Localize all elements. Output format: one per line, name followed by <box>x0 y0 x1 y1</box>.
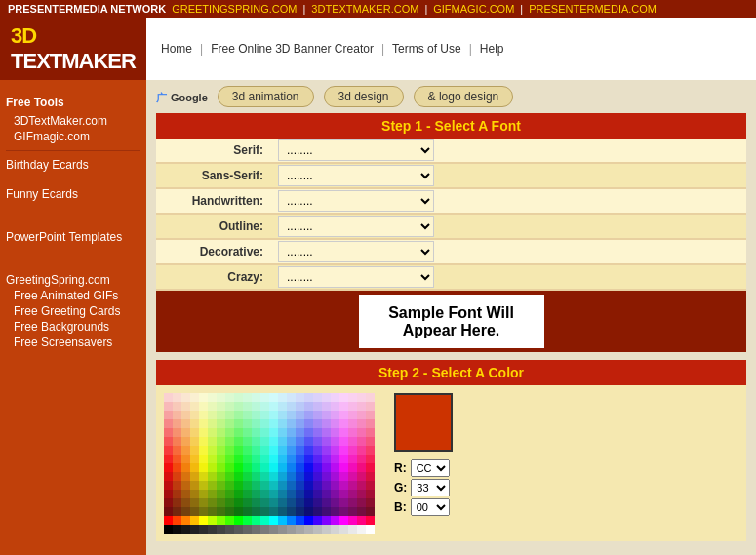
palette-cell[interactable] <box>225 490 234 498</box>
palette-cell[interactable] <box>287 402 296 411</box>
palette-cell[interactable] <box>199 393 208 402</box>
palette-cell[interactable] <box>173 455 181 463</box>
palette-cell[interactable] <box>234 498 243 507</box>
palette-cell[interactable] <box>225 525 234 534</box>
palette-cell[interactable] <box>366 419 375 428</box>
palette-cell[interactable] <box>234 393 243 402</box>
palette-cell[interactable] <box>322 402 331 411</box>
palette-cell[interactable] <box>217 472 225 481</box>
palette-cell[interactable] <box>164 525 173 534</box>
nav-help[interactable]: Help <box>480 42 504 56</box>
palette-cell[interactable] <box>322 393 331 402</box>
palette-cell[interactable] <box>366 446 375 455</box>
palette-cell[interactable] <box>252 393 260 402</box>
palette-cell[interactable] <box>190 411 199 419</box>
palette-cell[interactable] <box>181 455 190 463</box>
palette-cell[interactable] <box>173 481 181 490</box>
palette-cell[interactable] <box>252 411 260 419</box>
font-select-crazy[interactable]: ........ <box>278 266 434 288</box>
palette-cell[interactable] <box>217 419 225 428</box>
palette-cell[interactable] <box>269 516 278 525</box>
palette-cell[interactable] <box>217 463 225 472</box>
palette-cell[interactable] <box>252 507 260 516</box>
palette-cell[interactable] <box>164 463 173 472</box>
palette-cell[interactable] <box>252 490 260 498</box>
palette-cell[interactable] <box>287 455 296 463</box>
palette-cell[interactable] <box>348 446 357 455</box>
palette-cell[interactable] <box>269 393 278 402</box>
palette-cell[interactable] <box>164 411 173 419</box>
palette-cell[interactable] <box>366 393 375 402</box>
palette-cell[interactable] <box>348 419 357 428</box>
palette-cell[interactable] <box>357 446 366 455</box>
palette-cell[interactable] <box>208 428 217 437</box>
font-select-handwritten[interactable]: ........ <box>278 190 434 212</box>
palette-cell[interactable] <box>199 463 208 472</box>
palette-cell[interactable] <box>252 481 260 490</box>
palette-cell[interactable] <box>339 411 348 419</box>
palette-cell[interactable] <box>269 463 278 472</box>
palette-cell[interactable] <box>278 516 287 525</box>
palette-cell[interactable] <box>366 490 375 498</box>
palette-cell[interactable] <box>331 498 339 507</box>
palette-cell[interactable] <box>357 428 366 437</box>
palette-cell[interactable] <box>173 446 181 455</box>
palette-cell[interactable] <box>366 428 375 437</box>
palette-cell[interactable] <box>366 402 375 411</box>
palette-cell[interactable] <box>217 446 225 455</box>
palette-cell[interactable] <box>278 437 287 446</box>
palette-cell[interactable] <box>217 516 225 525</box>
palette-cell[interactable] <box>278 446 287 455</box>
palette-cell[interactable] <box>243 455 252 463</box>
font-select-decorative[interactable]: ........ <box>278 241 434 262</box>
palette-cell[interactable] <box>348 516 357 525</box>
palette-cell[interactable] <box>322 428 331 437</box>
palette-cell[interactable] <box>304 428 313 437</box>
palette-cell[interactable] <box>252 525 260 534</box>
palette-cell[interactable] <box>339 516 348 525</box>
palette-cell[interactable] <box>243 463 252 472</box>
palette-cell[interactable] <box>252 428 260 437</box>
palette-cell[interactable] <box>296 472 304 481</box>
palette-cell[interactable] <box>304 463 313 472</box>
palette-cell[interactable] <box>348 455 357 463</box>
selected-color-swatch[interactable] <box>394 393 453 452</box>
palette-cell[interactable] <box>313 490 322 498</box>
palette-cell[interactable] <box>304 481 313 490</box>
link-3dtextmaker[interactable]: 3DTEXTMAKER.COM <box>311 3 418 15</box>
link-greetingspring[interactable]: GREETINGSPRING.COM <box>172 3 297 15</box>
palette-cell[interactable] <box>313 411 322 419</box>
sidebar-item-gifmagic[interactable]: GIFmagic.com <box>6 129 140 144</box>
palette-cell[interactable] <box>304 393 313 402</box>
palette-cell[interactable] <box>348 463 357 472</box>
palette-cell[interactable] <box>199 437 208 446</box>
palette-cell[interactable] <box>252 419 260 428</box>
palette-cell[interactable] <box>217 507 225 516</box>
palette-cell[interactable] <box>164 490 173 498</box>
palette-cell[interactable] <box>208 437 217 446</box>
sidebar-item-powerpoint[interactable]: PowerPoint Templates <box>6 229 140 245</box>
sidebar-item-greeting-cards[interactable]: Free Greeting Cards <box>6 303 140 319</box>
palette-cell[interactable] <box>208 402 217 411</box>
palette-cell[interactable] <box>181 428 190 437</box>
palette-cell[interactable] <box>357 455 366 463</box>
palette-cell[interactable] <box>357 393 366 402</box>
palette-cell[interactable] <box>366 472 375 481</box>
palette-cell[interactable] <box>234 472 243 481</box>
palette-cell[interactable] <box>313 507 322 516</box>
palette-cell[interactable] <box>357 437 366 446</box>
palette-cell[interactable] <box>331 446 339 455</box>
palette-cell[interactable] <box>269 455 278 463</box>
palette-cell[interactable] <box>243 428 252 437</box>
palette-cell[interactable] <box>366 507 375 516</box>
palette-cell[interactable] <box>366 463 375 472</box>
palette-cell[interactable] <box>296 463 304 472</box>
palette-cell[interactable] <box>173 428 181 437</box>
palette-cell[interactable] <box>234 411 243 419</box>
palette-cell[interactable] <box>287 428 296 437</box>
sidebar-item-screensavers[interactable]: Free Screensavers <box>6 335 140 350</box>
palette-cell[interactable] <box>304 437 313 446</box>
palette-cell[interactable] <box>181 402 190 411</box>
palette-cell[interactable] <box>304 455 313 463</box>
palette-cell[interactable] <box>339 525 348 534</box>
